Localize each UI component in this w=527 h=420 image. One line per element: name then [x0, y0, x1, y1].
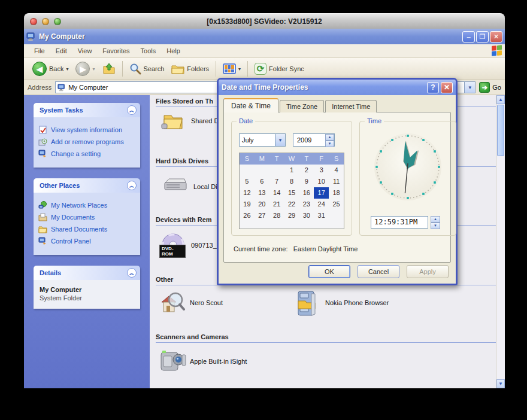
month-dropdown-icon[interactable]: ▾ [275, 134, 285, 146]
time-down-icon[interactable]: ▼ [431, 223, 440, 229]
month-select[interactable]: July ▾ [239, 133, 286, 147]
day-cell[interactable]: 22 [284, 199, 299, 210]
folders-button[interactable]: Folders [168, 62, 213, 76]
day-cell[interactable] [329, 210, 344, 221]
day-cell[interactable]: 5 [240, 176, 255, 187]
menu-help[interactable]: Help [161, 47, 186, 54]
chevron-up-icon[interactable]: ︽ [127, 181, 137, 190]
back-dropdown-icon[interactable]: ▾ [66, 66, 68, 72]
dialog-close-button[interactable]: ✕ [441, 82, 453, 93]
day-cell[interactable]: 20 [255, 199, 269, 210]
time-up-icon[interactable]: ▲ [431, 216, 440, 223]
item-nero-scout[interactable]: Nero Scout [159, 290, 223, 315]
date-time-dialog: Date and Time Properties ? ✕ Date & Time… [217, 78, 458, 285]
chevron-up-icon[interactable]: ︽ [127, 105, 137, 115]
sidebar-item-shared-documents[interactable]: Shared Documents [38, 225, 137, 233]
cancel-button[interactable]: Cancel [358, 265, 399, 278]
item-dvd-drive[interactable]: DVD-ROM 090713_ [160, 233, 217, 258]
panel-system-tasks-header[interactable]: System Tasks ︽ [34, 103, 140, 117]
day-cell[interactable] [269, 165, 284, 176]
day-cell[interactable]: 18 [329, 187, 344, 199]
views-dropdown-icon[interactable]: ▾ [238, 66, 241, 72]
time-spinner[interactable]: ▲ ▼ [431, 216, 440, 229]
day-cell[interactable]: 8 [284, 176, 299, 187]
item-nokia-phone-browser[interactable]: Nokia Phone Browser [295, 290, 389, 315]
day-cell[interactable]: 1 [284, 165, 299, 176]
search-button[interactable]: Search [126, 61, 168, 77]
scroll-down-icon[interactable]: ▼ [496, 379, 505, 388]
day-cell[interactable]: 29 [284, 210, 299, 221]
menu-tools[interactable]: Tools [135, 47, 162, 54]
item-shared-documents[interactable]: Shared D [160, 108, 219, 133]
day-cell[interactable]: 7 [269, 176, 284, 187]
year-up-icon[interactable]: ▲ [325, 134, 334, 141]
sidebar-item-view-system-information[interactable]: View system information [38, 126, 137, 134]
minimize-button[interactable]: – [462, 31, 475, 42]
address-dropdown-icon[interactable]: ▾ [465, 81, 475, 93]
scroll-up-icon[interactable]: ▲ [496, 95, 505, 104]
xp-titlebar[interactable]: My Computer – ❐ ✕ [24, 29, 505, 44]
menu-view[interactable]: View [72, 47, 98, 54]
day-cell[interactable] [240, 165, 255, 176]
day-cell[interactable]: 9 [299, 176, 314, 187]
day-cell[interactable]: 23 [299, 199, 314, 210]
dialog-titlebar[interactable]: Date and Time Properties ? ✕ [219, 80, 456, 95]
day-cell[interactable]: 12 [240, 187, 255, 199]
restore-button[interactable]: ❐ [476, 31, 489, 42]
day-cell[interactable]: 14 [269, 187, 284, 199]
day-cell[interactable]: 2 [299, 165, 314, 176]
folder-sync-button[interactable]: ⟳ Folder Sync [251, 61, 308, 77]
day-cell-selected[interactable]: 17 [314, 187, 329, 199]
sidebar-item-add-remove-programs[interactable]: Add or remove programs [38, 138, 137, 146]
scrollbar-track[interactable] [496, 157, 505, 379]
menu-favorites[interactable]: Favorites [97, 47, 135, 54]
tab-time-zone[interactable]: Time Zone [280, 100, 324, 112]
day-cell[interactable]: 30 [299, 210, 314, 221]
day-cell[interactable] [255, 165, 269, 176]
menu-file[interactable]: File [29, 47, 50, 54]
item-label: Nokia Phone Browser [325, 299, 389, 306]
day-cell[interactable]: 28 [269, 210, 284, 221]
day-cell[interactable]: 31 [314, 210, 329, 221]
panel-details-header[interactable]: Details ︽ [34, 266, 140, 280]
views-button[interactable]: ▾ [219, 62, 244, 76]
day-cell[interactable]: 3 [314, 165, 329, 176]
sidebar-item-my-documents[interactable]: My Documents [38, 213, 137, 221]
go-button[interactable]: ➔ Go [479, 82, 501, 93]
time-input[interactable]: 12:59:31PM [371, 216, 428, 229]
sidebar-item-control-panel[interactable]: Control Panel [38, 237, 137, 245]
tab-date-time[interactable]: Date & Time [223, 98, 278, 112]
item-isight-camera[interactable]: Apple Built-in iSight [159, 349, 247, 374]
day-cell[interactable]: 4 [329, 165, 344, 176]
day-cell[interactable]: 15 [284, 187, 299, 199]
day-cell[interactable]: 24 [314, 199, 329, 210]
day-cell[interactable]: 26 [240, 210, 255, 221]
day-cell[interactable]: 11 [329, 176, 344, 187]
day-cell[interactable]: 13 [255, 187, 269, 199]
menu-edit[interactable]: Edit [50, 47, 72, 54]
chevron-up-icon[interactable]: ︽ [127, 268, 137, 278]
day-cell[interactable]: 21 [269, 199, 284, 210]
vertical-scrollbar[interactable]: ▲ ▼ [496, 95, 505, 388]
item-local-disk[interactable]: Local Dis [163, 174, 220, 199]
year-down-icon[interactable]: ▼ [325, 141, 334, 147]
sidebar-item-my-network-places[interactable]: My Network Places [38, 201, 137, 209]
forward-button[interactable]: ▶ ▾ [72, 60, 98, 78]
scrollbar-thumb[interactable] [497, 105, 504, 156]
help-button[interactable]: ? [427, 82, 439, 93]
sidebar-item-change-a-setting[interactable]: Change a setting [38, 150, 137, 158]
day-cell[interactable]: 27 [255, 210, 269, 221]
day-cell[interactable]: 6 [255, 176, 269, 187]
forward-dropdown-icon[interactable]: ▾ [92, 66, 95, 72]
back-button[interactable]: ◀ Back ▾ [29, 60, 72, 78]
ok-button[interactable]: OK [308, 265, 350, 278]
day-cell[interactable]: 16 [299, 187, 314, 199]
day-cell[interactable]: 19 [240, 199, 255, 210]
day-cell[interactable]: 25 [329, 199, 344, 210]
day-cell[interactable]: 10 [314, 176, 329, 187]
panel-other-places-header[interactable]: Other Places ︽ [34, 178, 140, 193]
tab-internet-time[interactable]: Internet Time [325, 100, 377, 112]
up-button[interactable] [99, 61, 119, 77]
close-button[interactable]: ✕ [490, 31, 502, 42]
year-spinner[interactable]: 2009 ▲ ▼ [293, 133, 335, 147]
